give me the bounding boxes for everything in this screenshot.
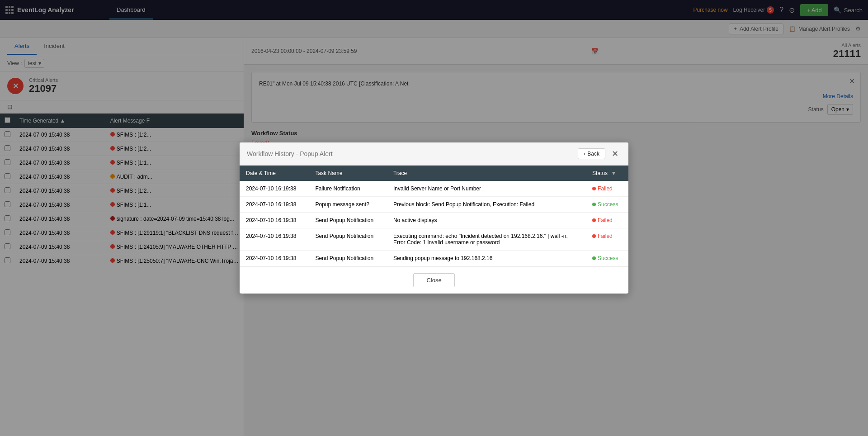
modal-footer: Close <box>240 266 628 294</box>
modal-row-datetime: 2024-07-10 16:19:38 <box>240 228 309 251</box>
workflow-history-table: Date & Time Task Name Trace Status ▼ 202… <box>240 166 628 266</box>
status-indicator <box>592 187 596 190</box>
modal-row-taskname: Failure Notification <box>309 181 387 197</box>
modal-subtitle: - Popup Alert <box>296 150 333 157</box>
modal-row-status: Success <box>586 197 628 213</box>
modal-row-trace: Executing command: echo "Incident detect… <box>387 228 586 251</box>
modal-row-taskname: Send Popup Notification <box>309 251 387 266</box>
modal-row-taskname: Send Popup Notification <box>309 213 387 228</box>
modal-close-footer-button[interactable]: Close <box>413 273 454 287</box>
status-indicator <box>592 203 596 206</box>
modal-row-trace: Previous block: Send Popup Notification,… <box>387 197 586 213</box>
modal-row-trace: Sending popup message to 192.168.2.16 <box>387 251 586 266</box>
taskname-header: Task Name <box>309 166 387 181</box>
modal-header-right: ‹ Back ✕ <box>578 148 621 160</box>
modal-row-taskname: Popup message sent? <box>309 197 387 213</box>
modal-row-datetime: 2024-07-10 16:19:38 <box>240 213 309 228</box>
status-header[interactable]: Status ▼ <box>586 166 628 181</box>
modal-header: Workflow History - Popup Alert ‹ Back ✕ <box>240 142 628 166</box>
modal-row-taskname: Send Popup Notification <box>309 228 387 251</box>
modal-row-status: Failed <box>586 181 628 197</box>
trace-header: Trace <box>387 166 586 181</box>
modal-overlay: Workflow History - Popup Alert ‹ Back ✕ … <box>0 0 868 436</box>
modal-row-datetime: 2024-07-10 16:19:38 <box>240 251 309 266</box>
modal-row-trace: No active displays <box>387 213 586 228</box>
modal-table-row: 2024-07-10 16:19:38 Send Popup Notificat… <box>240 213 628 228</box>
modal-table-row: 2024-07-10 16:19:38 Failure Notification… <box>240 181 628 197</box>
modal-row-datetime: 2024-07-10 16:19:38 <box>240 181 309 197</box>
status-indicator <box>592 218 596 222</box>
modal-title: Workflow History - Popup Alert <box>247 150 333 157</box>
modal-table-row: 2024-07-10 16:19:38 Send Popup Notificat… <box>240 251 628 266</box>
workflow-history-modal: Workflow History - Popup Alert ‹ Back ✕ … <box>240 142 628 294</box>
modal-row-trace: Invalid Server Name or Port Number <box>387 181 586 197</box>
modal-row-datetime: 2024-07-10 16:19:38 <box>240 197 309 213</box>
modal-table-row: 2024-07-10 16:19:38 Send Popup Notificat… <box>240 228 628 251</box>
modal-body: Date & Time Task Name Trace Status ▼ 202… <box>240 166 628 266</box>
chevron-left-icon: ‹ <box>584 151 585 157</box>
datetime-header: Date & Time <box>240 166 309 181</box>
modal-row-status: Success <box>586 251 628 266</box>
status-indicator <box>592 234 596 238</box>
modal-table-row: 2024-07-10 16:19:38 Popup message sent? … <box>240 197 628 213</box>
modal-close-button[interactable]: ✕ <box>609 148 621 160</box>
modal-row-status: Failed <box>586 228 628 251</box>
modal-row-status: Failed <box>586 213 628 228</box>
status-indicator <box>592 256 596 260</box>
back-button[interactable]: ‹ Back <box>578 148 605 159</box>
